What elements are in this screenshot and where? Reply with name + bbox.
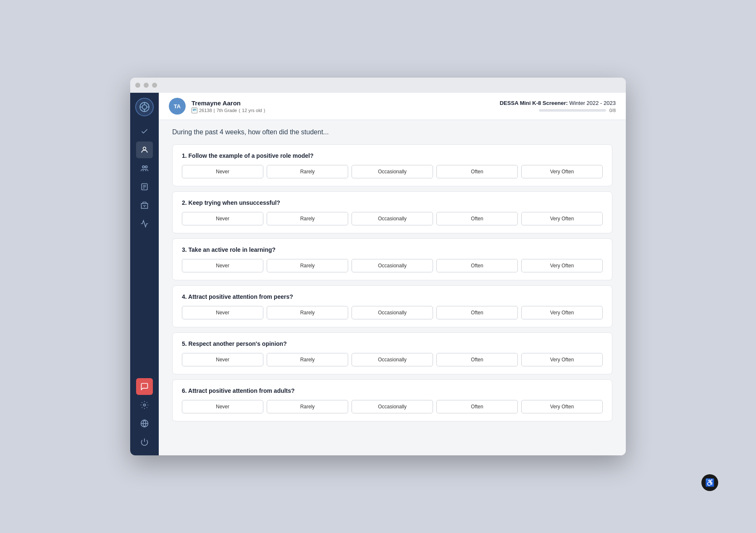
- answer-btn-q3-never[interactable]: Never: [182, 259, 263, 272]
- paren-open: (: [239, 108, 240, 113]
- answer-btn-q3-rarely[interactable]: Rarely: [267, 259, 348, 272]
- question-text-5: 5. Respect another person's opinion?: [182, 340, 603, 347]
- question-card-4: 4. Attract positive attention from peers…: [172, 285, 612, 327]
- screener-label: DESSA Mini K-8 Screener: Winter 2022 - 2…: [500, 100, 616, 106]
- student-meta: 🪪 26138 | 7th Grade ( 12 yrs old ): [192, 107, 265, 113]
- question-text-6: 6. Attract positive attention from adult…: [182, 387, 603, 394]
- answer-options-5: NeverRarelyOccasionallyOftenVery Often: [182, 353, 603, 366]
- answer-btn-q1-very-often[interactable]: Very Often: [521, 165, 603, 178]
- answer-btn-q2-occasionally[interactable]: Occasionally: [352, 212, 433, 225]
- svg-point-8: [142, 166, 144, 168]
- answer-btn-q4-occasionally[interactable]: Occasionally: [352, 306, 433, 319]
- sidebar: [130, 93, 159, 455]
- answer-btn-q1-often[interactable]: Often: [436, 165, 518, 178]
- titlebar: [130, 78, 626, 93]
- sidebar-item-student[interactable]: [136, 141, 153, 158]
- answer-btn-q3-often[interactable]: Often: [436, 259, 518, 272]
- main-content: TA Tremayne Aaron 🪪 26138 | 7th Grade ( …: [159, 93, 626, 455]
- sidebar-item-power[interactable]: [136, 434, 153, 450]
- answer-options-2: NeverRarelyOccasionallyOftenVery Often: [182, 212, 603, 225]
- svg-point-1: [142, 105, 147, 110]
- answer-btn-q5-occasionally[interactable]: Occasionally: [352, 353, 433, 366]
- maximize-btn[interactable]: [152, 83, 157, 88]
- sidebar-bottom: [136, 378, 153, 450]
- answer-btn-q5-never[interactable]: Never: [182, 353, 263, 366]
- app-header: TA Tremayne Aaron 🪪 26138 | 7th Grade ( …: [159, 93, 626, 120]
- accessibility-button[interactable]: ♿: [701, 474, 718, 491]
- question-text-3: 3. Take an active role in learning?: [182, 246, 603, 253]
- svg-point-18: [144, 404, 146, 406]
- answer-btn-q2-often[interactable]: Often: [436, 212, 518, 225]
- sidebar-nav: [136, 123, 153, 378]
- answer-btn-q4-rarely[interactable]: Rarely: [267, 306, 348, 319]
- question-text-2: 2. Keep trying when unsuccessful?: [182, 199, 603, 206]
- app-window: TA Tremayne Aaron 🪪 26138 | 7th Grade ( …: [130, 78, 626, 455]
- answer-btn-q6-often[interactable]: Often: [436, 400, 518, 413]
- student-name: Tremayne Aaron: [192, 99, 265, 107]
- separator: |: [214, 108, 215, 113]
- sidebar-item-dashboard[interactable]: [136, 123, 153, 140]
- question-card-3: 3. Take an active role in learning?Never…: [172, 238, 612, 280]
- answer-btn-q3-occasionally[interactable]: Occasionally: [352, 259, 433, 272]
- progress-bar: [539, 109, 606, 112]
- student-id: 26138: [199, 108, 212, 113]
- student-age: 12 yrs old: [242, 108, 262, 113]
- answer-options-6: NeverRarelyOccasionallyOftenVery Often: [182, 400, 603, 413]
- progress-container: 0/8: [500, 108, 616, 113]
- question-text-1: 1. Follow the example of a positive role…: [182, 152, 603, 159]
- scroll-area[interactable]: During the past 4 weeks, how often did t…: [159, 120, 626, 455]
- question-card-2: 2. Keep trying when unsuccessful?NeverRa…: [172, 191, 612, 233]
- answer-btn-q6-never[interactable]: Never: [182, 400, 263, 413]
- answer-btn-q6-very-often[interactable]: Very Often: [521, 400, 603, 413]
- sidebar-item-reports[interactable]: [136, 178, 153, 195]
- page-instruction: During the past 4 weeks, how often did t…: [172, 128, 612, 136]
- answer-btn-q5-very-often[interactable]: Very Often: [521, 353, 603, 366]
- answer-btn-q1-occasionally[interactable]: Occasionally: [352, 165, 433, 178]
- id-icon: 🪪: [192, 107, 197, 113]
- sidebar-item-group[interactable]: [136, 160, 153, 177]
- answer-btn-q2-never[interactable]: Never: [182, 212, 263, 225]
- progress-text: 0/8: [609, 108, 616, 113]
- sidebar-item-settings[interactable]: [136, 397, 153, 413]
- answer-options-3: NeverRarelyOccasionallyOftenVery Often: [182, 259, 603, 272]
- sidebar-item-building[interactable]: [136, 197, 153, 214]
- answer-options-1: NeverRarelyOccasionallyOftenVery Often: [182, 165, 603, 178]
- svg-point-9: [145, 166, 147, 168]
- question-text-4: 4. Attract positive attention from peers…: [182, 293, 603, 300]
- minimize-btn[interactable]: [144, 83, 149, 88]
- close-btn[interactable]: [135, 83, 140, 88]
- answer-btn-q2-rarely[interactable]: Rarely: [267, 212, 348, 225]
- answer-btn-q1-never[interactable]: Never: [182, 165, 263, 178]
- student-info: Tremayne Aaron 🪪 26138 | 7th Grade ( 12 …: [192, 99, 265, 113]
- app-body: TA Tremayne Aaron 🪪 26138 | 7th Grade ( …: [130, 93, 626, 455]
- answer-btn-q1-rarely[interactable]: Rarely: [267, 165, 348, 178]
- question-card-6: 6. Attract positive attention from adult…: [172, 379, 612, 421]
- answer-btn-q5-rarely[interactable]: Rarely: [267, 353, 348, 366]
- answer-options-4: NeverRarelyOccasionallyOftenVery Often: [182, 306, 603, 319]
- answer-btn-q2-very-often[interactable]: Very Often: [521, 212, 603, 225]
- answer-btn-q3-very-often[interactable]: Very Often: [521, 259, 603, 272]
- avatar: TA: [169, 98, 186, 115]
- question-card-1: 1. Follow the example of a positive role…: [172, 144, 612, 186]
- sidebar-item-globe[interactable]: [136, 415, 153, 432]
- answer-btn-q6-occasionally[interactable]: Occasionally: [352, 400, 433, 413]
- header-right: DESSA Mini K-8 Screener: Winter 2022 - 2…: [500, 100, 616, 113]
- sidebar-item-messages[interactable]: [136, 378, 153, 395]
- answer-btn-q4-often[interactable]: Often: [436, 306, 518, 319]
- app-logo[interactable]: [135, 98, 154, 116]
- paren-close: ): [264, 108, 265, 113]
- header-left: TA Tremayne Aaron 🪪 26138 | 7th Grade ( …: [169, 98, 265, 115]
- questions-container: 1. Follow the example of a positive role…: [172, 144, 612, 421]
- question-card-5: 5. Respect another person's opinion?Neve…: [172, 332, 612, 374]
- answer-btn-q4-never[interactable]: Never: [182, 306, 263, 319]
- answer-btn-q6-rarely[interactable]: Rarely: [267, 400, 348, 413]
- sidebar-item-chart[interactable]: [136, 215, 153, 232]
- answer-btn-q4-very-often[interactable]: Very Often: [521, 306, 603, 319]
- answer-btn-q5-often[interactable]: Often: [436, 353, 518, 366]
- student-grade: 7th Grade: [216, 108, 237, 113]
